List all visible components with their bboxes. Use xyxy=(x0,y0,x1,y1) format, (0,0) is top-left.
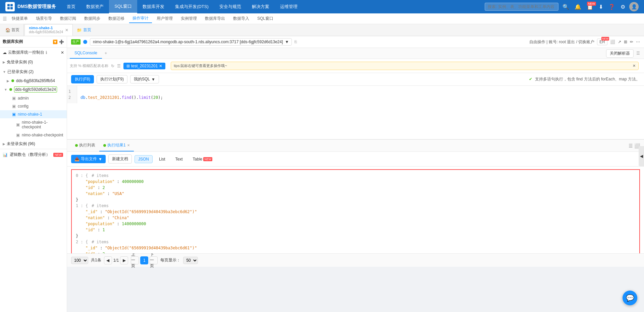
data-subscribe[interactable]: 数据订阅 xyxy=(57,14,79,23)
nav-db-dev[interactable]: 数据库开发 xyxy=(137,0,170,13)
json-key-nation-1: "nation" xyxy=(80,215,105,220)
json-row-0-id: "id" : 2 xyxy=(76,185,635,191)
db-config[interactable]: ▣ config xyxy=(0,102,67,110)
more-icon[interactable]: ⋯ xyxy=(636,40,640,44)
next-page-btn[interactable]: ▶ xyxy=(120,256,128,264)
tips-close-icon[interactable]: ✕ xyxy=(633,64,636,68)
db-nimo-shake[interactable]: ▣ nimo-shake-1 xyxy=(0,110,67,118)
free-login-section[interactable]: ▶ 免登录实例 (0) xyxy=(0,57,67,67)
table-icon[interactable]: ⊞ xyxy=(624,40,627,44)
db-admin[interactable]: ▣ admin xyxy=(0,94,67,102)
nav-home[interactable]: 首页 xyxy=(61,0,81,13)
plan-btn[interactable]: 执行计划(F9) xyxy=(97,75,127,83)
nav-integration[interactable]: 集成与开发(DTS) xyxy=(170,0,214,13)
user-mgmt[interactable]: 用户管理 xyxy=(153,14,176,23)
download-icon[interactable]: ⬇ xyxy=(597,2,604,11)
help-icon[interactable]: ❓ xyxy=(607,2,616,11)
result-tab-close-icon[interactable]: ✕ xyxy=(127,143,130,147)
edit-icon[interactable]: ✏ xyxy=(630,40,633,44)
execute-btn[interactable]: 执行(F8) xyxy=(71,75,94,83)
sub-db-1-item[interactable]: ▣ nimo-shake-1-checkpoint xyxy=(0,118,67,131)
mongo-icon xyxy=(83,40,87,44)
home-tab[interactable]: 🏠 首页 xyxy=(1,24,24,36)
sql-console-tab[interactable]: SQLConsole xyxy=(70,48,102,59)
view-text-btn[interactable]: Text xyxy=(172,155,186,163)
external-link-icon[interactable]: ↗ xyxy=(618,40,621,44)
exec-result-tab[interactable]: 执行结果1 ✕ xyxy=(99,140,134,151)
data-import[interactable]: 数据导入 xyxy=(230,14,253,23)
sidebar-add-icon[interactable]: ➕ xyxy=(59,40,64,44)
prev-page-btn[interactable]: ◀ xyxy=(104,256,112,264)
nav-solutions[interactable]: 解决方案 xyxy=(247,0,275,13)
chevron-right-icon: ▶ xyxy=(7,79,9,83)
page-size-select[interactable]: 100 xyxy=(71,257,88,264)
logged-in-section[interactable]: ▼ 已登录实例 (2) xyxy=(0,67,67,77)
instance-item-1[interactable]: ▶ dds-6gj583fa285ffb54 xyxy=(0,77,67,85)
quick-menu[interactable]: 快捷菜单 xyxy=(8,14,31,23)
data-migrate[interactable]: 数据迁移 xyxy=(105,14,128,23)
table-chip[interactable]: ⊞ test_20231201 ✕ xyxy=(123,63,165,69)
view-json-btn[interactable]: JSON xyxy=(135,155,153,163)
breadcrumb-home[interactable]: 首页 xyxy=(83,27,91,33)
my-sql-btn[interactable]: 我的SQL ▼ xyxy=(130,75,159,83)
close-parser-btn[interactable]: 关闭解析器 xyxy=(606,49,634,58)
sql-window[interactable]: SQL窗口 xyxy=(254,14,277,23)
view-list-btn[interactable]: List xyxy=(155,155,169,163)
new-feature-icon[interactable]: 📋NEW xyxy=(585,2,595,11)
exec-result-label: 执行结果1 xyxy=(107,142,126,148)
search-icon[interactable]: 🔍 xyxy=(561,2,571,11)
nav-sql-console[interactable]: SQL窗口 xyxy=(109,0,137,13)
not-logged-label: 未登录实例 (96) xyxy=(7,141,35,147)
data-sync[interactable]: 数据同步 xyxy=(81,14,104,23)
next-page-text-btn[interactable]: 下一页 xyxy=(150,256,158,264)
db-export[interactable]: 数据库导出 xyxy=(202,14,228,23)
sidebar-filter-icon[interactable]: 🔽 xyxy=(53,40,58,44)
menu-icon[interactable]: ☰ xyxy=(636,51,640,56)
instance-item-2[interactable]: ▼ dds-6gjfc592d6d13e24 xyxy=(0,85,67,94)
tab-close-icon[interactable]: ✕ xyxy=(65,28,68,33)
export-file-btn[interactable]: 📤 导出文件 ▼ xyxy=(71,155,106,163)
json-result[interactable]: 0 : { # items "population" : 400000000 "… xyxy=(67,167,644,253)
results-menu-icon[interactable]: ☰ xyxy=(629,143,633,148)
instance-tab[interactable]: nimo-shake-1 dds-6gjfc592d6d13e24 ✕ xyxy=(24,24,73,36)
per-page-select[interactable]: 50 xyxy=(183,257,198,264)
copy-icon[interactable]: ⎘ xyxy=(294,40,297,44)
new-doc-btn[interactable]: 新建文档 xyxy=(108,154,132,164)
nav-security[interactable]: 安全与规范 xyxy=(214,0,247,13)
view-table-btn[interactable]: Table NEW xyxy=(189,155,216,163)
sql-code[interactable]: db.test_20231201.find().limit(20); xyxy=(78,86,644,103)
export-label: 导出文件 xyxy=(81,156,97,162)
scenario-guide[interactable]: 场景引导 xyxy=(33,14,55,23)
exec-list-tab[interactable]: 执行列表 xyxy=(71,140,99,151)
er-button[interactable]: ER NEW xyxy=(597,39,607,45)
menu-icon-2[interactable]: ☰ xyxy=(117,64,121,68)
expand-icon[interactable]: ⬜ xyxy=(610,40,615,44)
refresh-icon[interactable]: ↻ xyxy=(111,64,114,68)
audit[interactable]: 操作审计 xyxy=(129,14,152,23)
settings-icon[interactable]: ⚙ xyxy=(619,2,627,11)
sql-content[interactable]: 1 2 db.test_20231201.find().limit(20); xyxy=(67,86,644,139)
running-dot xyxy=(75,144,78,147)
user-avatar[interactable]: 👤 xyxy=(629,2,639,11)
bell-icon[interactable]: 🔔 xyxy=(573,2,583,11)
json-key-id-1: "id" xyxy=(80,228,95,232)
cloud-control-section[interactable]: ☁ 云数据库统一控制台 ℹ ✕ xyxy=(0,48,67,57)
add-sql-tab-btn[interactable]: + xyxy=(102,48,110,58)
prev-page-text-btn[interactable]: 上一页 xyxy=(131,256,139,264)
json-key-objid-2: "_id" xyxy=(80,246,98,250)
nav-data-assets[interactable]: 数据资产 xyxy=(81,0,109,13)
chat-bubble-btn[interactable]: 💬 xyxy=(623,291,637,305)
search-input[interactable] xyxy=(485,3,558,11)
close-cloud-icon[interactable]: ✕ xyxy=(61,50,64,55)
instance-mgmt[interactable]: 实例管理 xyxy=(177,14,200,23)
instance-selector[interactable]: nimo-shake-1@s-6gj1a4d7961262a4.mongodb.… xyxy=(90,38,292,46)
not-logged-section[interactable]: ▶ 未登录实例 (96) xyxy=(0,139,67,149)
analytics-section[interactable]: 📊 逻辑数仓（数理分析） NEW xyxy=(0,149,67,160)
page-1-btn[interactable]: 1 xyxy=(140,256,148,264)
sub-db-icon-1: ▣ xyxy=(16,122,20,127)
tab-main-label: nimo-shake-1 xyxy=(29,26,63,30)
nav-ops[interactable]: 运维管理 xyxy=(275,0,303,13)
json-key-population-0: "population" xyxy=(80,179,114,184)
sub-db-2-item[interactable]: ▣ nimo-shake-checkpoint xyxy=(0,131,67,139)
table-close-icon[interactable]: ✕ xyxy=(159,64,162,68)
